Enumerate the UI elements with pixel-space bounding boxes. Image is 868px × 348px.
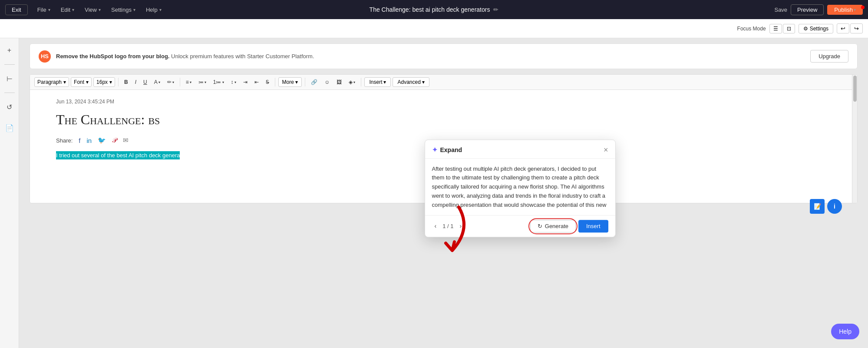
page-indicator: 1 / 1 [442,223,453,229]
highlight-button[interactable]: ✏▾ [165,77,177,87]
toolbar-sep-5 [361,78,361,86]
scroll-thumb[interactable] [853,76,857,102]
left-sidebar: + ⊢ ↺ 📄 [0,38,19,348]
text-color-button[interactable]: A▾ [152,77,163,87]
paragraph-select[interactable]: Paragraph ▾ [34,77,69,87]
line-height-button[interactable]: ↕▾ [228,77,239,87]
toolbar-sep-4 [305,78,305,86]
insert-modal-button[interactable]: Insert [578,220,608,232]
focus-mode-label: Focus Mode [737,26,766,32]
modal-footer: ‹ 1 / 1 › ↻ Generate Insert [425,215,615,237]
indent-button[interactable]: ⇥ [241,77,250,87]
editor-area: HS Remove the HubSpot logo from your blo… [19,38,868,348]
edit-title-icon[interactable]: ✏ [493,6,498,13]
ai-doc-button[interactable]: 📝 [810,199,825,214]
save-button[interactable]: Save [774,7,787,13]
nav-right-actions: Save Preview Publish ▾ [774,4,863,15]
toolbar-sep-2 [180,78,180,86]
sidebar-divider-1 [4,64,15,65]
upgrade-banner: HS Remove the HubSpot logo from your blo… [30,43,858,69]
toolbar-sep-1 [118,78,119,86]
size-chevron-icon: ▾ [109,79,112,85]
next-page-button[interactable]: › [457,222,465,230]
view-menu[interactable]: View ▾ [80,5,105,15]
settings-menu[interactable]: Settings ▾ [107,5,140,15]
add-icon[interactable]: + [3,43,17,57]
sidebar-divider-2 [4,93,15,93]
email-share-icon[interactable]: ✉ [123,136,129,144]
underline-button[interactable]: U [141,77,150,87]
view-toggle-left[interactable]: ☰ [769,24,782,33]
notification-dot [861,6,865,9]
page-title: The Challenge: best ai pitch deck genera… [370,6,490,13]
more-chevron-icon: ▾ [295,79,298,85]
strikethrough-button[interactable]: S̶ [263,77,272,87]
paragraph-chevron-icon: ▾ [63,79,66,85]
pinterest-share-icon[interactable]: 𝒫 [112,136,117,144]
view-toggle-right[interactable]: ⊡ [783,24,795,33]
bold-button[interactable]: B [122,77,131,87]
size-select[interactable]: 16px ▾ [93,77,115,87]
main-layout: + ⊢ ↺ 📄 HS Remove the HubSpot logo from … [0,38,868,348]
color-fill-button[interactable]: ◈▾ [346,77,358,87]
align-button[interactable]: ≡▾ [183,77,194,87]
toolbar-sep-3 [275,78,275,86]
page-title-area: The Challenge: best ai pitch deck genera… [370,6,499,13]
undo-redo-group: ↩ ↪ [837,23,863,33]
view-chevron-icon: ▾ [99,7,101,12]
emoji-button[interactable]: ☺ [322,77,332,87]
edit-menu[interactable]: Edit ▾ [56,5,79,15]
prev-page-button[interactable]: ‹ [432,222,439,230]
blog-title-s: s [155,112,160,127]
modal-title: ✦ Expand [432,146,462,154]
gear-icon: ⚙ [803,26,808,32]
font-select[interactable]: Font ▾ [71,77,92,87]
insert-chevron-icon: ▾ [383,79,386,85]
insert-button[interactable]: Insert ▾ [364,77,391,87]
linkedin-share-icon[interactable]: in [86,137,92,144]
hubspot-icon: HS [39,50,51,63]
top-navigation: Exit File ▾ Edit ▾ View ▾ Settings ▾ Hel… [0,0,868,19]
modal-actions: ↻ Generate Insert [530,220,608,232]
blog-title: The Challenge: bs [56,112,831,128]
history-icon[interactable]: ↺ [3,100,17,114]
file-menu[interactable]: File ▾ [33,5,55,15]
undo-button[interactable]: ↩ [837,23,849,33]
redo-button[interactable]: ↪ [850,23,863,33]
font-chevron-icon: ▾ [86,79,89,85]
ai-info-button[interactable]: i [827,199,842,214]
outdent-button[interactable]: ⇤ [252,77,261,87]
modal-close-button[interactable]: × [604,146,608,154]
pagination: ‹ 1 / 1 › [432,222,465,230]
image-button[interactable]: 🖼 [334,77,344,87]
upgrade-button[interactable]: Upgrade [810,50,848,63]
page-icon[interactable]: 📄 [3,121,17,135]
exit-button[interactable]: Exit [5,4,28,15]
italic-button[interactable]: I [132,77,139,87]
facebook-share-icon[interactable]: f [79,137,80,144]
blog-date: Jun 13, 2024 3:45:24 PM [56,99,831,105]
settings-chevron-icon: ▾ [133,7,135,12]
settings-button[interactable]: ⚙ Settings [799,24,833,33]
twitter-share-icon[interactable]: 🐦 [98,136,106,144]
list-button[interactable]: ≔▾ [196,77,209,87]
preview-button[interactable]: Preview [791,4,824,15]
ordered-list-button[interactable]: 1≔▾ [211,77,227,87]
scroll-bar[interactable] [852,75,857,203]
advanced-button[interactable]: Advanced ▾ [393,77,429,87]
floating-ai-buttons: 📝 i [810,199,842,214]
help-button[interactable]: Help [831,324,859,339]
advanced-chevron-icon: ▾ [422,79,425,85]
help-menu[interactable]: Help ▾ [142,5,166,15]
upgrade-text: Remove the HubSpot logo from your blog. … [56,53,805,60]
generate-button[interactable]: ↻ Generate [530,220,576,232]
layout-icon[interactable]: ⊢ [3,72,17,86]
more-button[interactable]: More ▾ [278,77,302,87]
sparkle-icon: ✦ [432,146,438,154]
publish-button[interactable]: Publish ▾ [827,5,863,15]
file-chevron-icon: ▾ [48,7,50,12]
modal-body: After testing out multiple AI pitch deck… [425,159,615,215]
modal-header: ✦ Expand × [425,140,615,159]
link-button[interactable]: 🔗 [308,77,320,87]
highlighted-text: I tried out several of the best AI pitch… [56,151,180,159]
